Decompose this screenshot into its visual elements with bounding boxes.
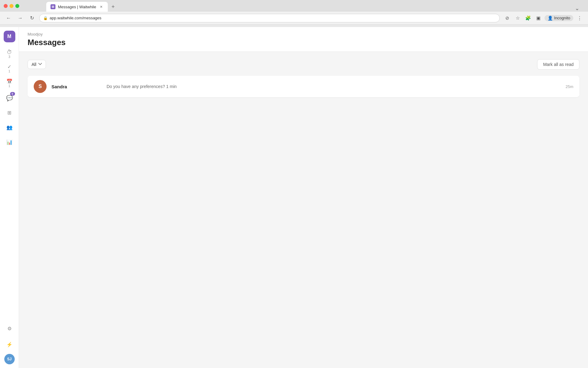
extensions-icon[interactable]: 🧩 <box>524 14 532 22</box>
sidebar-item-settings[interactable]: ⚙ <box>3 322 16 335</box>
messages-area: All Mark all as read S Sandra Do yo <box>19 52 588 368</box>
messages-icon: 💬 <box>6 95 13 101</box>
main-content: Moodjoy Messages All Mark all as read <box>19 27 588 368</box>
camera-off-icon[interactable]: ⊘ <box>503 14 511 22</box>
avatar: S <box>34 80 47 93</box>
message-list: S Sandra Do you have any preferences? 1 … <box>28 76 579 97</box>
minimize-window-button[interactable] <box>9 4 13 8</box>
browser-chrome: M Messages | Waitwhile ✕ + ⌄ ← → ↻ 🔒 app… <box>0 0 588 27</box>
chevron-down-icon <box>38 62 42 67</box>
title-bar: M Messages | Waitwhile ✕ + ⌄ <box>0 0 588 12</box>
tasks-count: 1 <box>9 70 10 73</box>
sidebar-bottom: ⚙ ⚡ SJ <box>3 322 16 364</box>
filter-dropdown[interactable]: All <box>28 60 46 69</box>
lightning-icon: ⚡ <box>6 342 13 347</box>
incognito-badge[interactable]: 👤 Incognito <box>545 15 573 21</box>
browser-tab[interactable]: M Messages | Waitwhile ✕ <box>46 2 108 12</box>
traffic-lights <box>4 4 19 8</box>
sidebar: M ⏱ 3 ✓ 1 📅 1 💬 0 ⊞ 👥 📊 <box>0 27 19 368</box>
settings-icon: ⚙ <box>7 326 12 331</box>
nav-actions: ⊘ ☆ 🧩 ▣ 👤 Incognito ⋮ <box>503 14 584 22</box>
sidebar-item-tasks[interactable]: ✓ 1 <box>3 62 16 75</box>
reload-button[interactable]: ↻ <box>28 14 36 22</box>
sidebar-item-analytics[interactable]: 📊 <box>3 136 16 149</box>
user-circle-icon: 👤 <box>548 16 553 21</box>
browser-menu-button[interactable]: ⋮ <box>575 14 584 22</box>
team-icon: 👥 <box>6 125 13 130</box>
tab-title: Messages | Waitwhile <box>58 5 96 9</box>
new-tab-button[interactable]: + <box>110 2 117 12</box>
sidebar-item-lightning[interactable]: ⚡ <box>3 338 16 351</box>
back-button[interactable]: ← <box>4 14 13 22</box>
page-title: Messages <box>28 38 579 52</box>
sidebar-item-queue[interactable]: ⏱ 3 <box>3 47 16 61</box>
table-row[interactable]: S Sandra Do you have any preferences? 1 … <box>28 76 579 97</box>
app-container: M ⏱ 3 ✓ 1 📅 1 💬 0 ⊞ 👥 📊 <box>0 27 588 368</box>
tasks-icon: ✓ <box>7 64 11 69</box>
sidebar-item-messages[interactable]: 💬 0 <box>3 91 16 105</box>
lock-icon: 🔒 <box>43 16 48 20</box>
sidebar-toggle-icon[interactable]: ▣ <box>534 14 543 22</box>
address-text: app.waitwhile.com/messages <box>50 16 101 20</box>
browser-menu-chevron[interactable]: ⌄ <box>575 5 579 12</box>
sidebar-logo[interactable]: M <box>4 31 15 42</box>
nav-bar: ← → ↻ 🔒 app.waitwhile.com/messages ⊘ ☆ 🧩… <box>0 12 588 25</box>
analytics-icon: 📊 <box>6 140 13 145</box>
queue-count: 3 <box>9 55 10 59</box>
tab-favicon: M <box>51 4 55 9</box>
sidebar-item-team[interactable]: 👥 <box>3 121 16 134</box>
message-time: 25m <box>566 84 573 89</box>
calendar-count: 1 <box>9 84 10 88</box>
calendar-icon: 📅 <box>6 79 13 84</box>
user-avatar[interactable]: SJ <box>4 354 15 364</box>
incognito-label: Incognito <box>554 16 570 20</box>
forward-button[interactable]: → <box>16 14 24 22</box>
messages-badge: 0 <box>10 92 15 96</box>
mark-all-read-button[interactable]: Mark all as read <box>537 59 579 70</box>
address-bar[interactable]: 🔒 app.waitwhile.com/messages <box>39 14 500 22</box>
tab-close-button[interactable]: ✕ <box>99 4 104 9</box>
queue-icon: ⏱ <box>7 49 12 55</box>
messages-toolbar: All Mark all as read <box>28 59 579 70</box>
bookmark-icon[interactable]: ☆ <box>513 14 522 22</box>
close-window-button[interactable] <box>4 4 8 8</box>
maximize-window-button[interactable] <box>15 4 19 8</box>
message-preview: Do you have any preferences? 1 min <box>107 84 560 89</box>
sidebar-item-groups[interactable]: ⊞ <box>3 106 16 120</box>
breadcrumb: Moodjoy <box>28 32 579 36</box>
sidebar-item-calendar[interactable]: 📅 1 <box>3 77 16 90</box>
page-header: Moodjoy Messages <box>19 27 588 52</box>
groups-icon: ⊞ <box>7 110 11 115</box>
message-sender: Sandra <box>51 84 100 89</box>
filter-label: All <box>32 62 36 67</box>
